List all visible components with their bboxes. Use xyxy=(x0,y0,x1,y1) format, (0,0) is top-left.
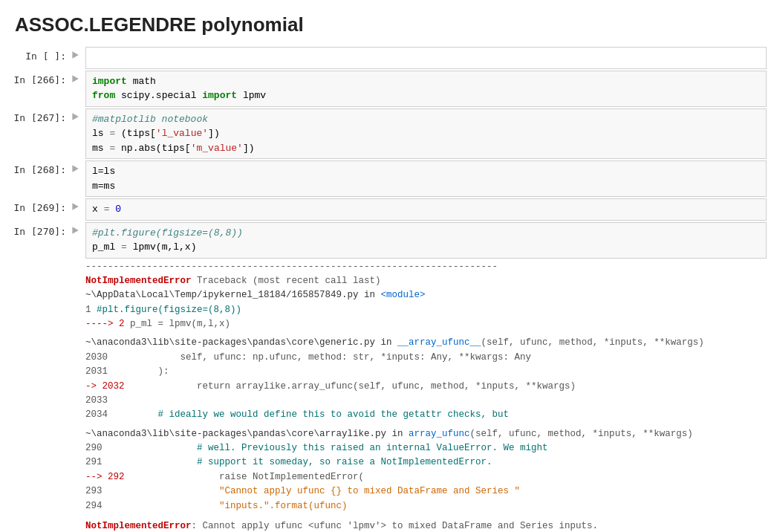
cell-268: In [268]: l=ls m=ms xyxy=(7,160,767,197)
error-line1: 1 #plt.figure(figsize=(8,8)) xyxy=(85,303,767,317)
error-separator: ----------------------------------------… xyxy=(85,260,767,274)
cell-code-270[interactable]: #plt.figure(figsize=(8,8)) p_ml = lpmv(m… xyxy=(85,222,767,259)
error-294: 294 "inputs.".format(ufunc) xyxy=(85,499,767,513)
svg-marker-2 xyxy=(72,113,78,120)
page-title: ASSOC.LEGENDRE polynomial xyxy=(0,0,774,47)
svg-marker-4 xyxy=(72,203,78,210)
run-button-267[interactable] xyxy=(71,108,85,121)
run-button-266[interactable] xyxy=(71,71,85,83)
svg-marker-5 xyxy=(72,227,78,234)
error-final: NotImplementedError: Cannot apply ufunc … xyxy=(85,519,767,532)
error-output: ----------------------------------------… xyxy=(85,260,767,533)
cell-label-empty: In [ ]: xyxy=(7,47,71,62)
run-button-268[interactable] xyxy=(71,160,85,173)
error-header: NotImplementedError Traceback (most rece… xyxy=(85,274,767,288)
cell-code-269[interactable]: x = 0 xyxy=(85,198,767,221)
cell-label-267: In [267]: xyxy=(7,108,71,123)
error-2032: -> 2032 return arraylike.array_ufunc(sel… xyxy=(85,380,767,394)
run-button-empty[interactable] xyxy=(71,47,85,59)
error-2033: 2033 xyxy=(85,394,767,408)
error-file3: ~\anaconda3\lib\site-packages\pandas\cor… xyxy=(85,427,767,441)
svg-marker-1 xyxy=(72,75,78,82)
cell-270: In [270]: #plt.figure(figsize=(8,8)) p_m… xyxy=(7,222,767,259)
cell-code-empty[interactable] xyxy=(85,47,767,69)
error-file1: ~\AppData\Local\Temp/ipykernel_18184/165… xyxy=(85,288,767,302)
cell-empty: In [ ]: xyxy=(7,47,767,69)
cell-code-266[interactable]: import math from scipy.special import lp… xyxy=(85,71,767,107)
error-292: --> 292 raise NotImplementedError( xyxy=(85,470,767,484)
error-291: 291 # support it someday, so raise a Not… xyxy=(85,455,767,470)
cell-label-269: In [269]: xyxy=(7,198,71,213)
cell-label-268: In [268]: xyxy=(7,160,71,175)
run-button-270[interactable] xyxy=(71,222,85,235)
svg-marker-3 xyxy=(72,165,78,172)
error-293: 293 "Cannot apply ufunc {} to mixed Data… xyxy=(85,484,767,499)
cell-label-266: In [266]: xyxy=(7,71,71,85)
cell-269: In [269]: x = 0 xyxy=(7,198,767,221)
cell-266: In [266]: import math from scipy.special… xyxy=(7,71,767,107)
error-290: 290 # well. Previously this raised an in… xyxy=(85,441,767,455)
error-file2: ~\anaconda3\lib\site-packages\pandas\cor… xyxy=(85,336,767,350)
svg-marker-0 xyxy=(72,51,78,59)
cell-267: In [267]: #matplotlib notebook ls = (tip… xyxy=(7,108,767,160)
cell-code-267[interactable]: #matplotlib notebook ls = (tips['l_value… xyxy=(85,108,767,160)
error-line2: ----> 2 p_ml = lpmv(m,l,x) xyxy=(85,317,767,331)
run-button-269[interactable] xyxy=(71,198,85,211)
error-2031: 2031 ): xyxy=(85,365,767,379)
error-2030: 2030 self, ufunc: np.ufunc, method: str,… xyxy=(85,351,767,365)
error-2034: 2034 # ideally we would define this to a… xyxy=(85,408,767,422)
cell-label-270: In [270]: xyxy=(7,222,71,237)
cell-code-268[interactable]: l=ls m=ms xyxy=(85,160,767,197)
notebook: In [ ]: In [266]: import math from scipy… xyxy=(0,47,774,532)
